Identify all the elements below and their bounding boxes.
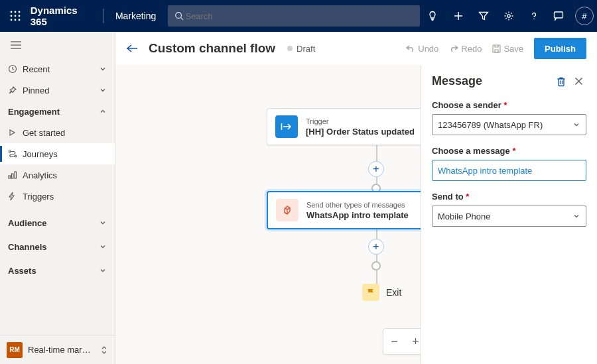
status-label: Draft [297,44,315,54]
app-launcher-icon[interactable] [0,0,31,32]
sidebar-item-triggers[interactable]: Triggers [0,186,115,207]
sidebar-section-assets[interactable]: Assets [0,260,115,281]
sidebar-label: Engagement [8,107,60,117]
analytics-icon [8,171,23,179]
connector [376,145,377,162]
help-icon[interactable] [521,0,547,32]
filter-icon[interactable] [471,0,496,32]
message-value: WhatsApp intro template [438,166,532,176]
svg-point-2 [18,11,20,13]
svg-rect-23 [12,174,14,178]
properties-panel: Message Choose a sender * 123456789 (Wha… [421,65,597,364]
redo-icon [449,44,458,52]
brand-label[interactable]: Dynamics 365 [31,5,103,27]
svg-point-0 [10,11,12,13]
exit-label: Exit [386,287,401,298]
chevron-down-icon [99,243,107,251]
svg-point-7 [14,19,16,21]
sendto-value: Mobile Phone [438,212,491,221]
sidebar-item-analytics[interactable]: Analytics [0,164,115,186]
svg-point-1 [14,11,16,13]
hamburger-icon[interactable] [0,32,115,58]
sidebar-label: Triggers [23,192,54,202]
module-label[interactable]: Marketing [103,11,168,21]
save-button[interactable]: Save [487,38,529,58]
chevron-down-icon [572,121,580,129]
add-step-button[interactable]: + [368,161,384,177]
area-badge: RM [7,342,23,358]
sidebar-item-get-started[interactable]: Get started [0,122,115,143]
panel-title: Message [432,74,552,88]
gear-icon[interactable] [496,0,521,32]
card-title: [HH] Order Status updated [306,126,415,137]
content: Custom channel flow Draft Undo Redo Save… [115,32,597,364]
close-icon[interactable] [570,77,586,86]
pin-icon [8,86,23,95]
page-title: Custom channel flow [149,41,275,56]
zoom-in-button[interactable]: + [408,335,421,349]
search-box[interactable] [168,5,420,27]
sidebar-section-audience[interactable]: Audience [0,212,115,233]
sidebar-item-pinned[interactable]: Pinned [0,80,115,101]
card-caption: Trigger [306,117,415,126]
chevron-down-icon [572,212,580,220]
command-bar: Custom channel flow Draft Undo Redo Save… [115,32,597,65]
plus-icon[interactable] [445,0,470,32]
chevron-down-icon [99,219,107,227]
svg-point-21 [15,155,17,157]
message-card[interactable]: Send other types of messages WhatsApp in… [267,191,421,229]
custom-channel-icon [276,199,298,221]
publish-button[interactable]: Publish [534,38,586,59]
back-button[interactable] [126,44,149,53]
exit-node[interactable]: Exit [362,284,401,301]
sendto-select[interactable]: Mobile Phone [432,206,586,227]
svg-point-4 [14,15,16,17]
svg-point-20 [9,151,11,152]
trigger-icon [275,115,298,138]
svg-line-10 [181,18,184,21]
sidebar-item-recent[interactable]: Recent [0,58,115,80]
sidebar-label: Assets [8,266,36,276]
svg-point-3 [10,15,12,17]
message-select[interactable]: WhatsApp intro template [432,160,586,181]
trigger-card[interactable]: Trigger [HH] Order Status updated [267,108,421,145]
undo-button[interactable]: Undo [401,38,444,58]
user-avatar[interactable]: # [572,0,597,32]
svg-rect-22 [9,176,11,178]
card-title: WhatsApp intro template [306,210,409,221]
lightbulb-icon[interactable] [420,0,445,32]
chevron-down-icon [99,65,107,73]
save-icon [492,44,501,53]
area-label: Real-time marketi... [28,345,93,355]
zoom-toolbar: − + 100% Reset [383,328,421,355]
zoom-out-button[interactable]: − [387,335,401,349]
chevron-down-icon [99,86,107,94]
clock-icon [8,64,23,74]
sidebar-section-engagement[interactable]: Engagement [0,101,115,122]
sender-select[interactable]: 123456789 (WhatsApp FR) [432,114,586,135]
sidebar-label: Analytics [23,170,57,180]
avatar-char: # [575,7,594,25]
sidebar-section-channels[interactable]: Channels [0,236,115,257]
sort-icon [100,345,108,355]
search-input[interactable] [184,11,413,22]
sidebar-label: Get started [23,128,65,138]
sendto-label: Send to * [432,192,586,202]
journey-icon [8,150,23,158]
join-node [371,261,381,271]
chevron-down-icon [99,267,107,274]
sidebar: Recent Pinned Engagement Get started Jou… [0,32,115,364]
journey-canvas[interactable]: + + Trigger [HH] Order Status updated [115,65,421,364]
chevron-up-icon [99,107,107,115]
svg-rect-24 [15,172,17,178]
sidebar-item-journeys[interactable]: Journeys [0,143,115,164]
area-switcher[interactable]: RM Real-time marketi... [0,335,115,364]
delete-icon[interactable] [552,76,570,87]
play-icon [8,129,23,137]
redo-button[interactable]: Redo [444,38,487,58]
svg-point-9 [176,13,182,19]
chat-icon[interactable] [547,0,572,32]
card-caption: Send other types of messages [306,200,409,210]
sender-value: 123456789 (WhatsApp FR) [438,120,543,130]
add-step-button[interactable]: + [368,239,384,255]
